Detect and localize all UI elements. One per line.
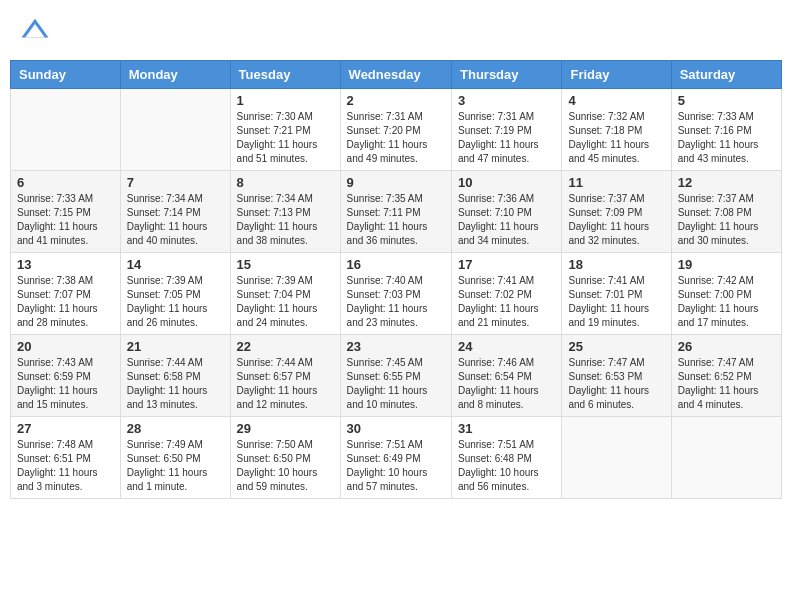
calendar-cell: 28Sunrise: 7:49 AM Sunset: 6:50 PM Dayli… xyxy=(120,417,230,499)
logo-icon xyxy=(20,15,50,45)
day-info: Sunrise: 7:51 AM Sunset: 6:49 PM Dayligh… xyxy=(347,438,445,494)
day-info: Sunrise: 7:38 AM Sunset: 7:07 PM Dayligh… xyxy=(17,274,114,330)
logo xyxy=(20,15,54,45)
calendar-cell: 30Sunrise: 7:51 AM Sunset: 6:49 PM Dayli… xyxy=(340,417,451,499)
day-number: 27 xyxy=(17,421,114,436)
day-number: 26 xyxy=(678,339,775,354)
day-number: 20 xyxy=(17,339,114,354)
day-number: 7 xyxy=(127,175,224,190)
calendar-cell: 10Sunrise: 7:36 AM Sunset: 7:10 PM Dayli… xyxy=(452,171,562,253)
calendar-cell: 2Sunrise: 7:31 AM Sunset: 7:20 PM Daylig… xyxy=(340,89,451,171)
day-number: 28 xyxy=(127,421,224,436)
calendar-cell: 25Sunrise: 7:47 AM Sunset: 6:53 PM Dayli… xyxy=(562,335,671,417)
day-info: Sunrise: 7:46 AM Sunset: 6:54 PM Dayligh… xyxy=(458,356,555,412)
days-header-row: SundayMondayTuesdayWednesdayThursdayFrid… xyxy=(11,61,782,89)
day-header-wednesday: Wednesday xyxy=(340,61,451,89)
day-info: Sunrise: 7:40 AM Sunset: 7:03 PM Dayligh… xyxy=(347,274,445,330)
day-number: 1 xyxy=(237,93,334,108)
day-info: Sunrise: 7:45 AM Sunset: 6:55 PM Dayligh… xyxy=(347,356,445,412)
day-info: Sunrise: 7:41 AM Sunset: 7:01 PM Dayligh… xyxy=(568,274,664,330)
day-info: Sunrise: 7:49 AM Sunset: 6:50 PM Dayligh… xyxy=(127,438,224,494)
day-number: 13 xyxy=(17,257,114,272)
day-number: 3 xyxy=(458,93,555,108)
day-info: Sunrise: 7:47 AM Sunset: 6:53 PM Dayligh… xyxy=(568,356,664,412)
calendar-cell xyxy=(11,89,121,171)
page-header xyxy=(10,10,782,50)
day-number: 5 xyxy=(678,93,775,108)
day-info: Sunrise: 7:31 AM Sunset: 7:19 PM Dayligh… xyxy=(458,110,555,166)
calendar-cell xyxy=(671,417,781,499)
calendar-cell: 3Sunrise: 7:31 AM Sunset: 7:19 PM Daylig… xyxy=(452,89,562,171)
day-number: 19 xyxy=(678,257,775,272)
day-number: 16 xyxy=(347,257,445,272)
calendar-cell: 9Sunrise: 7:35 AM Sunset: 7:11 PM Daylig… xyxy=(340,171,451,253)
calendar-cell: 20Sunrise: 7:43 AM Sunset: 6:59 PM Dayli… xyxy=(11,335,121,417)
day-info: Sunrise: 7:31 AM Sunset: 7:20 PM Dayligh… xyxy=(347,110,445,166)
day-number: 24 xyxy=(458,339,555,354)
day-info: Sunrise: 7:33 AM Sunset: 7:15 PM Dayligh… xyxy=(17,192,114,248)
day-info: Sunrise: 7:36 AM Sunset: 7:10 PM Dayligh… xyxy=(458,192,555,248)
day-number: 29 xyxy=(237,421,334,436)
calendar-cell: 27Sunrise: 7:48 AM Sunset: 6:51 PM Dayli… xyxy=(11,417,121,499)
day-header-monday: Monday xyxy=(120,61,230,89)
day-info: Sunrise: 7:37 AM Sunset: 7:09 PM Dayligh… xyxy=(568,192,664,248)
day-info: Sunrise: 7:39 AM Sunset: 7:05 PM Dayligh… xyxy=(127,274,224,330)
calendar-cell: 8Sunrise: 7:34 AM Sunset: 7:13 PM Daylig… xyxy=(230,171,340,253)
day-header-thursday: Thursday xyxy=(452,61,562,89)
day-info: Sunrise: 7:42 AM Sunset: 7:00 PM Dayligh… xyxy=(678,274,775,330)
calendar-cell xyxy=(562,417,671,499)
week-row-2: 6Sunrise: 7:33 AM Sunset: 7:15 PM Daylig… xyxy=(11,171,782,253)
day-info: Sunrise: 7:44 AM Sunset: 6:58 PM Dayligh… xyxy=(127,356,224,412)
day-number: 15 xyxy=(237,257,334,272)
day-info: Sunrise: 7:33 AM Sunset: 7:16 PM Dayligh… xyxy=(678,110,775,166)
calendar-table: SundayMondayTuesdayWednesdayThursdayFrid… xyxy=(10,60,782,499)
calendar-cell: 15Sunrise: 7:39 AM Sunset: 7:04 PM Dayli… xyxy=(230,253,340,335)
calendar-cell: 14Sunrise: 7:39 AM Sunset: 7:05 PM Dayli… xyxy=(120,253,230,335)
day-header-saturday: Saturday xyxy=(671,61,781,89)
day-info: Sunrise: 7:48 AM Sunset: 6:51 PM Dayligh… xyxy=(17,438,114,494)
day-info: Sunrise: 7:35 AM Sunset: 7:11 PM Dayligh… xyxy=(347,192,445,248)
day-number: 12 xyxy=(678,175,775,190)
calendar-cell: 23Sunrise: 7:45 AM Sunset: 6:55 PM Dayli… xyxy=(340,335,451,417)
day-number: 21 xyxy=(127,339,224,354)
week-row-1: 1Sunrise: 7:30 AM Sunset: 7:21 PM Daylig… xyxy=(11,89,782,171)
day-info: Sunrise: 7:44 AM Sunset: 6:57 PM Dayligh… xyxy=(237,356,334,412)
day-number: 17 xyxy=(458,257,555,272)
day-info: Sunrise: 7:41 AM Sunset: 7:02 PM Dayligh… xyxy=(458,274,555,330)
day-info: Sunrise: 7:50 AM Sunset: 6:50 PM Dayligh… xyxy=(237,438,334,494)
calendar-cell: 18Sunrise: 7:41 AM Sunset: 7:01 PM Dayli… xyxy=(562,253,671,335)
calendar-cell: 19Sunrise: 7:42 AM Sunset: 7:00 PM Dayli… xyxy=(671,253,781,335)
day-header-tuesday: Tuesday xyxy=(230,61,340,89)
calendar-cell: 7Sunrise: 7:34 AM Sunset: 7:14 PM Daylig… xyxy=(120,171,230,253)
day-info: Sunrise: 7:34 AM Sunset: 7:13 PM Dayligh… xyxy=(237,192,334,248)
calendar-cell: 31Sunrise: 7:51 AM Sunset: 6:48 PM Dayli… xyxy=(452,417,562,499)
day-info: Sunrise: 7:39 AM Sunset: 7:04 PM Dayligh… xyxy=(237,274,334,330)
calendar-cell: 5Sunrise: 7:33 AM Sunset: 7:16 PM Daylig… xyxy=(671,89,781,171)
calendar-cell: 13Sunrise: 7:38 AM Sunset: 7:07 PM Dayli… xyxy=(11,253,121,335)
day-number: 11 xyxy=(568,175,664,190)
calendar-cell: 16Sunrise: 7:40 AM Sunset: 7:03 PM Dayli… xyxy=(340,253,451,335)
day-number: 10 xyxy=(458,175,555,190)
day-number: 2 xyxy=(347,93,445,108)
day-info: Sunrise: 7:34 AM Sunset: 7:14 PM Dayligh… xyxy=(127,192,224,248)
calendar-cell: 21Sunrise: 7:44 AM Sunset: 6:58 PM Dayli… xyxy=(120,335,230,417)
calendar-cell: 29Sunrise: 7:50 AM Sunset: 6:50 PM Dayli… xyxy=(230,417,340,499)
calendar-cell: 4Sunrise: 7:32 AM Sunset: 7:18 PM Daylig… xyxy=(562,89,671,171)
calendar-cell: 22Sunrise: 7:44 AM Sunset: 6:57 PM Dayli… xyxy=(230,335,340,417)
calendar-cell: 6Sunrise: 7:33 AM Sunset: 7:15 PM Daylig… xyxy=(11,171,121,253)
week-row-5: 27Sunrise: 7:48 AM Sunset: 6:51 PM Dayli… xyxy=(11,417,782,499)
calendar-cell: 24Sunrise: 7:46 AM Sunset: 6:54 PM Dayli… xyxy=(452,335,562,417)
calendar-cell: 17Sunrise: 7:41 AM Sunset: 7:02 PM Dayli… xyxy=(452,253,562,335)
day-header-sunday: Sunday xyxy=(11,61,121,89)
day-number: 30 xyxy=(347,421,445,436)
day-number: 4 xyxy=(568,93,664,108)
day-number: 31 xyxy=(458,421,555,436)
calendar-cell xyxy=(120,89,230,171)
day-number: 25 xyxy=(568,339,664,354)
day-info: Sunrise: 7:43 AM Sunset: 6:59 PM Dayligh… xyxy=(17,356,114,412)
day-number: 18 xyxy=(568,257,664,272)
day-number: 14 xyxy=(127,257,224,272)
day-number: 23 xyxy=(347,339,445,354)
day-number: 9 xyxy=(347,175,445,190)
day-info: Sunrise: 7:32 AM Sunset: 7:18 PM Dayligh… xyxy=(568,110,664,166)
